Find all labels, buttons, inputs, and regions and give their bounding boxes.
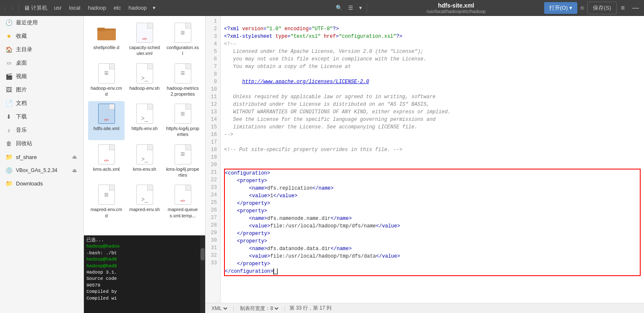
file-name-mapred-env-sh: mapred-env.sh <box>129 206 160 212</box>
computer-icon: 🖥 <box>23 4 30 11</box>
trash-icon: 🗑 <box>5 140 13 147</box>
scrollbar-thumb <box>201 248 205 261</box>
sidebar-item-vbox[interactable]: 💿 VBox_GAs_5.2.34 ⏏ <box>0 164 83 177</box>
view-dropdown-button[interactable]: ▾ <box>357 3 365 13</box>
svg-rect-3 <box>97 28 105 31</box>
editor-content[interactable]: 1234567891011121314151617181920212223242… <box>206 16 644 303</box>
generic-icon-mapred-env-cmd: ≡ <box>96 185 117 205</box>
open-dropdown-icon: ▾ <box>569 5 572 11</box>
sidebar-item-desktop-label: 桌面 <box>16 59 27 67</box>
xml-icon-hdfs-site: </> <box>96 104 117 124</box>
sidebar-item-favorites-label: 收藏 <box>16 32 27 40</box>
sidebar-item-pictures-label: 图片 <box>16 86 27 94</box>
file-item-hadoop-metrics2[interactable]: ≡ hadoop-metrics2.properties <box>164 61 201 100</box>
file-item-capacity-scheduler[interactable]: </> capacity-scheduler.xml <box>126 20 163 59</box>
search-button[interactable]: 🔍 <box>333 3 345 13</box>
view-icon: ☰ <box>348 5 353 11</box>
file-item-httpfs-env[interactable]: >_ httpfs-env.sh <box>126 101 163 140</box>
path-hadoop2[interactable]: hadoop <box>125 3 150 13</box>
vbox-eject-button[interactable]: ⏏ <box>70 167 78 174</box>
path-etc[interactable]: etc <box>110 3 124 13</box>
filename-area: hdfs-site.xml /usr/local/hadoop/etc/hado… <box>369 2 543 14</box>
minimize-button[interactable]: — <box>629 2 642 14</box>
sidebar-item-favorites[interactable]: ★ 收藏 <box>0 29 83 43</box>
path-usr[interactable]: usr <box>51 3 65 13</box>
view-button[interactable]: ☰ <box>346 3 356 13</box>
format-dropdown[interactable]: XML <box>210 305 229 312</box>
forward-button[interactable]: › <box>9 3 16 13</box>
path-hadoop1[interactable]: hadoop <box>85 3 110 13</box>
editor-area: 1234567891011121314151617181920212223242… <box>206 16 644 313</box>
open-label: 打开(O) <box>549 4 568 12</box>
generic-icon-kms-log4j: ≡ <box>173 144 193 164</box>
sidebar-item-sf-share-label: sf_share <box>16 154 37 160</box>
separator-1 <box>18 3 19 13</box>
sidebar-item-downloads-label: 下载 <box>16 113 27 120</box>
sidebar-item-sf-share[interactable]: 📁 sf_share ⏏ <box>0 150 83 164</box>
sidebar-item-home[interactable]: 🏠 主目录 <box>0 43 83 56</box>
sh-icon-httpfs-env: >_ <box>135 104 155 124</box>
sidebar-item-video-label: 视频 <box>16 73 27 80</box>
generic-icon-httpfs-log4j: ≡ <box>173 104 193 124</box>
file-name-kms-log4j: kms-log4j.properties <box>166 166 199 178</box>
file-name-mapred-env-cmd: mapred-env.cmd <box>90 206 123 219</box>
file-area-scrollbar[interactable] <box>200 235 205 313</box>
path-dropdown-button[interactable]: ▾ <box>151 3 157 13</box>
main-content: 🕐 最近使用 ★ 收藏 🏠 主目录 ▭ 桌面 🎬 视频 🖼 图片 📄 文档 ⬇ <box>0 16 644 313</box>
sidebar-item-pictures[interactable]: 🖼 图片 <box>0 83 83 97</box>
terminal-line-5: hadoop@had0 <box>86 263 203 269</box>
file-item-hdfs-site[interactable]: </> hdfs-site.xml <box>88 101 125 140</box>
statusbar-position: 第 33 行，第 17 列 <box>289 305 331 312</box>
generic-icon-hadoop-metrics2: ≡ <box>173 63 193 83</box>
file-item-kms-env[interactable]: >_ kms-env.sh <box>126 142 163 181</box>
xml-icon-mapred-queues: </> <box>173 185 193 205</box>
file-item-mapred-queues[interactable]: </> mapred-queues.xml.temp... <box>164 182 201 221</box>
sidebar-item-downloads[interactable]: ⬇ 下载 <box>0 110 83 123</box>
file-item-httpfs-log4j[interactable]: ≡ httpfs-log4j.properties <box>164 101 201 140</box>
computer-button[interactable]: 🖥 usr 计算机 <box>21 3 50 13</box>
terminal-line-1: 已选... <box>86 237 203 243</box>
file-name-hdfs-site: hdfs-site.xml <box>94 125 120 131</box>
file-name-hadoop-env-sh: hadoop-env.sh <box>130 85 160 91</box>
file-name-hadoop-metrics2: hadoop-metrics2.properties <box>166 85 199 97</box>
sidebar-item-trash[interactable]: 🗑 回收站 <box>0 137 83 150</box>
sidebar-item-trash-label: 回收站 <box>16 140 32 147</box>
code-content[interactable]: <?xml version="1.0" encoding="UTF-8"?> <… <box>221 16 644 303</box>
sidebar-item-recent[interactable]: 🕐 最近使用 <box>0 16 83 29</box>
sidebar-item-desktop[interactable]: ▭ 桌面 <box>0 56 83 70</box>
menu-button[interactable]: ≡ <box>618 2 628 14</box>
sidebar-item-video[interactable]: 🎬 视频 <box>0 70 83 83</box>
sidebar-item-music[interactable]: ♪ 音乐 <box>0 123 83 137</box>
sidebar-item-downloads2-label: Downloads <box>16 180 43 187</box>
history-button[interactable]: ⎋ <box>578 3 587 13</box>
save-button[interactable]: 保存(S) <box>587 2 616 14</box>
sf-share-icon: 📁 <box>5 154 13 160</box>
file-item-kms-acls[interactable]: </> kms-acls.xml <box>88 142 125 181</box>
tab-dropdown[interactable]: 制表符宽度：8 <box>238 305 280 312</box>
sidebar-item-downloads2[interactable]: 📁 Downloads <box>0 177 83 190</box>
terminal-area: 已选... hadoop@hadoo -bash: ./bt hadoop@ha… <box>84 235 205 313</box>
downloads-icon: ⬇ <box>5 113 13 120</box>
documents-icon: 📄 <box>5 100 13 107</box>
window-title: hdfs-site.xml <box>369 2 543 9</box>
sidebar-item-home-label: 主目录 <box>16 46 32 53</box>
file-item-mapred-env-cmd[interactable]: ≡ mapred-env.cmd <box>88 182 125 221</box>
back-button[interactable]: ‹ <box>2 3 8 13</box>
file-name-shellprofile: shellprofile.d <box>94 44 120 50</box>
file-item-configuration[interactable]: ≡ configuration.xsl <box>164 20 201 59</box>
file-item-mapred-env-sh[interactable]: >_ mapred-env.sh <box>126 182 163 221</box>
terminal-line-10: Compiled wi <box>86 295 203 302</box>
sf-share-eject-button[interactable]: ⏏ <box>70 153 78 161</box>
sh-icon-mapred-env-sh: >_ <box>135 185 155 205</box>
file-item-hadoop-env-sh[interactable]: >_ hadoop-env.sh <box>126 61 163 100</box>
file-item-shellprofile[interactable]: shellprofile.d <box>88 20 125 59</box>
file-area: shellprofile.d </> capacity-scheduler.xm… <box>84 16 206 313</box>
file-name-mapred-queues: mapred-queues.xml.temp... <box>166 206 199 219</box>
terminal-line-4: hadoop@had0 <box>86 256 203 263</box>
desktop-icon: ▭ <box>5 60 13 66</box>
path-local[interactable]: local <box>66 3 84 13</box>
open-button[interactable]: 打开(O) ▾ <box>544 2 578 14</box>
sidebar-item-documents[interactable]: 📄 文档 <box>0 97 83 110</box>
file-item-kms-log4j[interactable]: ≡ kms-log4j.properties <box>164 142 201 181</box>
file-item-hadoop-env-cmd[interactable]: ≡ hadoop-env.cmd <box>88 61 125 100</box>
